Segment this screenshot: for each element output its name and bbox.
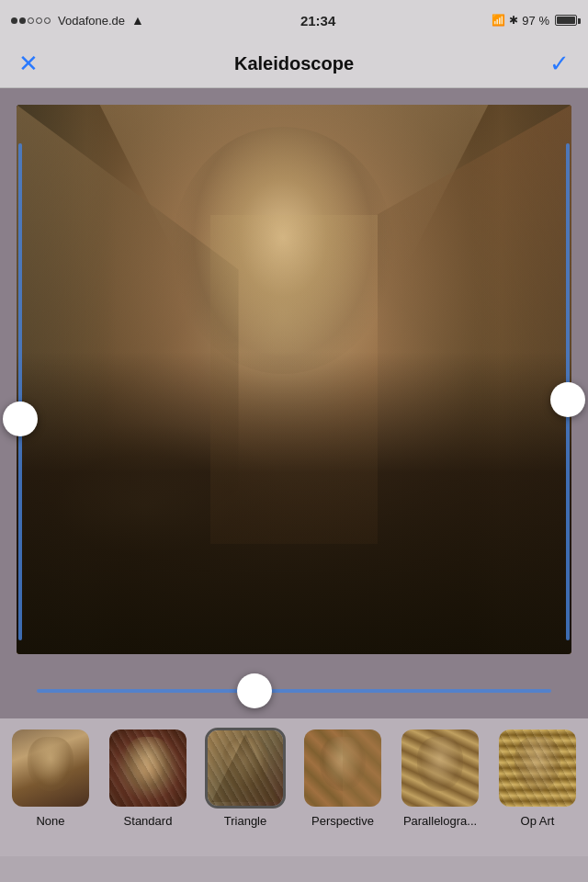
nav-bar: ✕ Kaleidoscope ✓: [0, 40, 588, 88]
status-bar: Vodafone.de ▲ 21:34 📶 ✱ 97 %: [0, 0, 588, 40]
filter-thumb-none: [10, 728, 91, 808]
filter-label-perspective: Perspective: [311, 814, 374, 828]
filter-label-triangle: Triangle: [224, 814, 266, 828]
standard-pattern: [109, 729, 187, 807]
perspective-mirror: [343, 729, 381, 807]
filter-label-opArt: Op Art: [521, 814, 555, 828]
filter-thumb-inner-standard: [109, 729, 187, 807]
triangle-pattern: [208, 730, 283, 806]
status-right: 📶 ✱ 97 %: [492, 14, 577, 28]
mona-main: [17, 105, 571, 654]
parallelogram-face: [417, 737, 463, 791]
status-time: 21:34: [300, 13, 335, 28]
filter-thumb-inner-perspective: [304, 729, 381, 807]
wifi-icon: ▲: [131, 13, 144, 28]
filter-thumb-parallelogram: [400, 728, 481, 808]
right-slider-thumb[interactable]: [550, 382, 585, 417]
filter-item-perspective[interactable]: Perspective: [300, 728, 387, 828]
filter-thumb-inner-opArt: [499, 729, 576, 807]
carrier-label: Vodafone.de: [58, 14, 125, 28]
filter-thumb-opArt: [497, 728, 578, 808]
kaleido-canvas[interactable]: [17, 105, 571, 654]
filter-item-opArt[interactable]: Op Art: [494, 728, 582, 828]
filter-label-standard: Standard: [124, 814, 173, 828]
filter-thumb-inner-triangle: [208, 730, 283, 806]
battery-percent: 97 %: [522, 14, 549, 28]
signal-strength: [11, 17, 51, 24]
right-slider-track: [566, 143, 570, 640]
nav-title: Kaleidoscope: [234, 53, 354, 74]
center-accent: [210, 215, 377, 545]
filter-thumb-standard: [107, 728, 188, 808]
bluetooth-icon: 📶: [492, 14, 505, 27]
filter-thumb-inner-parallelogram: [401, 729, 479, 807]
filter-label-parallelogram: Parallelogra...: [403, 814, 477, 828]
filter-strip: None Standard Triangle Perspecti: [0, 718, 588, 856]
filter-item-none[interactable]: None: [7, 728, 95, 828]
filter-thumb-triangle: [205, 728, 286, 808]
none-face: [28, 737, 74, 791]
status-left: Vodafone.de ▲: [11, 13, 144, 28]
filter-item-triangle[interactable]: Triangle: [202, 728, 289, 828]
battery-indicator: [555, 15, 577, 26]
image-area: [0, 88, 588, 718]
filter-thumb-perspective: [302, 728, 383, 808]
left-slider-track: [18, 143, 22, 640]
confirm-button[interactable]: ✓: [549, 50, 570, 78]
bottom-slider-thumb[interactable]: [237, 673, 272, 708]
filter-item-standard[interactable]: Standard: [105, 728, 192, 828]
filter-label-none: None: [36, 814, 64, 828]
filter-item-parallelogram[interactable]: Parallelogra...: [397, 728, 484, 828]
cancel-button[interactable]: ✕: [18, 50, 39, 78]
opArt-pattern: [499, 729, 576, 807]
filter-thumb-inner-none: [12, 729, 89, 807]
battery-icon-label: ✱: [509, 14, 518, 27]
bottom-slider-track: [37, 689, 551, 693]
